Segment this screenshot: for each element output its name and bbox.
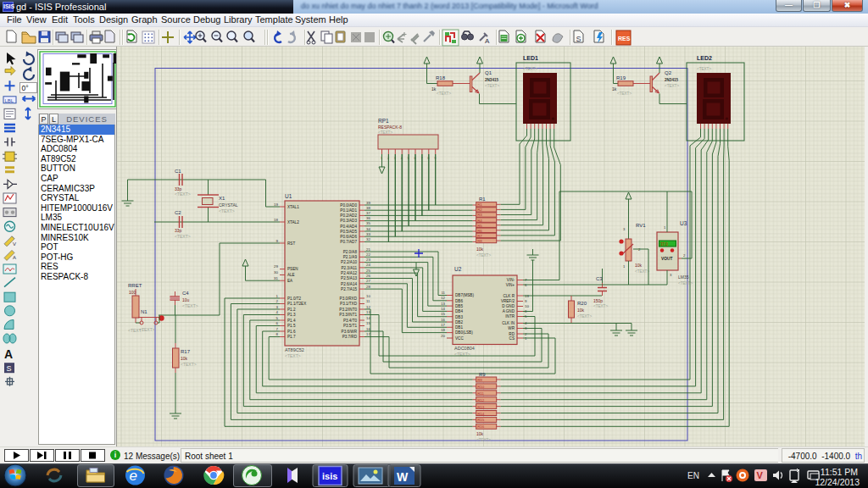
svg-text:W: W (397, 470, 409, 484)
svg-text:S: S (7, 364, 12, 373)
svg-text:A: A (485, 37, 490, 45)
svg-text:12/24/2013: 12/24/2013 (815, 477, 860, 487)
svg-text:LBL: LBL (5, 98, 14, 103)
svg-text:EN: EN (687, 471, 699, 480)
svg-text:RES: RES (618, 36, 631, 42)
svg-text:A: A (4, 347, 13, 361)
svg-text:V: V (757, 470, 764, 480)
svg-text:isis: isis (322, 471, 337, 481)
svg-text:S: S (576, 35, 581, 43)
svg-text:0°: 0° (22, 84, 29, 92)
svg-text:11:51 PM: 11:51 PM (821, 467, 858, 477)
svg-text:A: A (13, 255, 16, 260)
svg-text:V: V (13, 241, 16, 247)
